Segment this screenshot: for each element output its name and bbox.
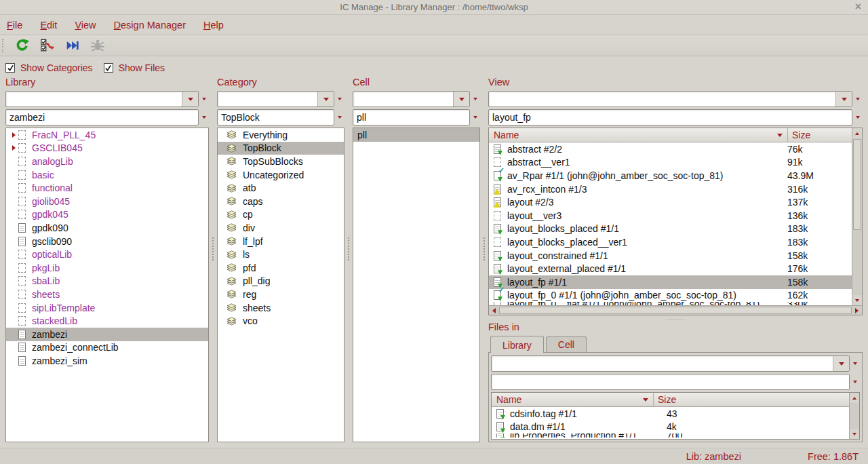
category-list-item[interactable]: TopSubBlocks — [218, 155, 344, 168]
library-combo[interactable] — [5, 91, 199, 107]
files-in-tab[interactable]: Library — [490, 336, 544, 353]
menu-item[interactable]: View — [75, 20, 96, 31]
scroll-up-button[interactable] — [852, 128, 862, 138]
files-filter-history-button[interactable] — [850, 381, 860, 383]
view-horizontal-scrollbar[interactable] — [489, 305, 862, 315]
library-filter-input[interactable] — [5, 109, 199, 125]
category-list-item[interactable]: Everything — [218, 128, 344, 142]
splitter-category-cell[interactable] — [344, 77, 353, 442]
expander-icon[interactable] — [9, 185, 18, 191]
library-combo-history-button[interactable] — [199, 98, 209, 100]
view-row[interactable]: layout_external_placed #1/1 176k — [489, 262, 852, 275]
menu-item[interactable]: File — [7, 20, 22, 31]
expander-icon[interactable] — [9, 225, 18, 231]
menu-item[interactable]: Help — [203, 20, 224, 31]
scroll-down-button[interactable] — [852, 295, 862, 305]
cell-combo[interactable] — [353, 91, 470, 107]
library-list-item[interactable]: sheets — [6, 288, 208, 301]
library-list-item[interactable]: gpdk045 — [6, 208, 208, 222]
files-header-name[interactable]: Name — [492, 394, 653, 405]
close-icon[interactable]: × — [855, 1, 861, 13]
library-list-item[interactable]: gpdk090 — [6, 221, 208, 235]
expander-icon[interactable] — [9, 305, 18, 311]
menu-item[interactable]: Design Manager — [114, 20, 186, 31]
cell-combo-dropdown-button[interactable] — [453, 92, 469, 107]
expander-icon[interactable] — [9, 318, 18, 324]
expander-icon[interactable] — [9, 199, 18, 204]
expander-icon[interactable] — [9, 145, 18, 151]
category-list-item[interactable]: cp — [218, 208, 344, 222]
view-row[interactable]: av_Rpar #1/1 (john@john_amber_soc_soc-to… — [489, 169, 852, 182]
view-row[interactable]: layout_fp #1/1 158k — [489, 275, 852, 289]
sync-checklist-button[interactable] — [39, 37, 56, 54]
cell-filter-input[interactable] — [353, 109, 470, 125]
view-filter-history-button[interactable] — [852, 116, 863, 119]
scroll-thumb[interactable] — [853, 139, 861, 230]
library-list-item[interactable]: stackedLib — [6, 314, 208, 328]
library-list-item[interactable]: functional — [6, 181, 208, 195]
library-list-item[interactable]: sbaLib — [6, 275, 208, 288]
debug-button[interactable] — [89, 37, 106, 54]
sort-descending-icon[interactable] — [643, 398, 648, 402]
category-list-item[interactable]: ls — [218, 248, 344, 261]
category-combo-history-button[interactable] — [334, 98, 344, 100]
library-list-item[interactable]: basic — [6, 168, 208, 182]
view-row[interactable]: abstract__ver1 91k — [489, 156, 852, 170]
category-list-item[interactable]: TopBlock — [218, 142, 344, 155]
category-combo-dropdown-button[interactable] — [317, 92, 334, 107]
show-files-checkbox[interactable] — [104, 63, 113, 73]
expander-icon[interactable] — [9, 292, 18, 297]
expander-icon[interactable] — [9, 358, 18, 364]
view-row[interactable]: av_rcx_intcon #1/3 316k — [489, 182, 852, 196]
files-row[interactable]: data.dm #1/1 4k — [492, 421, 849, 434]
category-list-item[interactable]: pll_dig — [218, 275, 344, 288]
expander-icon[interactable] — [9, 278, 18, 284]
files-combo-history-button[interactable] — [850, 362, 860, 365]
expander-icon[interactable] — [9, 212, 18, 217]
files-combo-dropdown-button[interactable] — [833, 356, 849, 371]
category-list-item[interactable]: pfd — [218, 261, 344, 275]
library-list-item[interactable]: pkgLib — [6, 261, 208, 275]
category-filter-history-button[interactable] — [334, 116, 344, 119]
category-list-item[interactable]: div — [218, 221, 344, 235]
expander-icon[interactable] — [9, 332, 18, 337]
library-list-item[interactable]: analogLib — [6, 155, 208, 168]
view-row[interactable]: layout_constrained #1/1 158k — [489, 249, 852, 263]
library-list-item[interactable]: GSCLIB045 — [6, 142, 208, 155]
splitter-cell-view[interactable] — [480, 77, 488, 442]
scroll-track[interactable] — [852, 138, 862, 295]
library-list-item[interactable]: sipLibTemplate — [6, 301, 208, 315]
splitter-library-category[interactable] — [209, 77, 217, 442]
library-list-item[interactable]: giolib045 — [6, 195, 208, 208]
refresh-button[interactable] — [14, 37, 31, 54]
show-categories-checkbox[interactable] — [5, 63, 15, 73]
category-list-item[interactable]: reg — [218, 288, 344, 301]
view-vertical-scrollbar[interactable] — [852, 128, 862, 305]
view-row[interactable]: layout_blocks_placed__ver1 183k — [489, 235, 852, 249]
category-list-item[interactable]: sheets — [218, 301, 344, 315]
category-list-item[interactable]: atb — [218, 181, 344, 195]
view-combo-dropdown-button[interactable] — [835, 92, 852, 107]
expander-icon[interactable] — [9, 345, 18, 350]
files-in-tab[interactable]: Cell — [546, 336, 587, 352]
expander-icon[interactable] — [9, 172, 18, 178]
sort-descending-icon[interactable] — [777, 134, 783, 137]
category-list-item[interactable]: vco — [218, 314, 344, 328]
view-row[interactable]: layout__ver3 136k — [489, 209, 852, 223]
files-header-size[interactable]: Size — [653, 393, 849, 406]
category-list-item[interactable]: Uncategorized — [218, 168, 344, 182]
library-list-item[interactable]: zambezi_connectLib — [6, 341, 208, 355]
library-list-item[interactable]: gsclib090 — [6, 235, 208, 248]
library-combo-dropdown-button[interactable] — [182, 92, 198, 107]
scroll-left-button[interactable] — [489, 308, 499, 313]
view-row[interactable]: layout #2/3 137k — [489, 195, 852, 209]
view-filter-input[interactable] — [488, 109, 852, 125]
scroll-thumb[interactable] — [499, 307, 852, 314]
scroll-track[interactable] — [850, 403, 859, 429]
scroll-down-button[interactable] — [850, 429, 859, 439]
menu-item[interactable]: Edit — [40, 20, 57, 31]
library-list-item[interactable]: zambezi — [6, 328, 208, 341]
view-row[interactable]: layout_blocks_placed #1/1 183k — [489, 223, 852, 236]
library-list-item[interactable]: zambezi_sim — [6, 354, 208, 368]
expander-icon[interactable] — [9, 132, 18, 138]
